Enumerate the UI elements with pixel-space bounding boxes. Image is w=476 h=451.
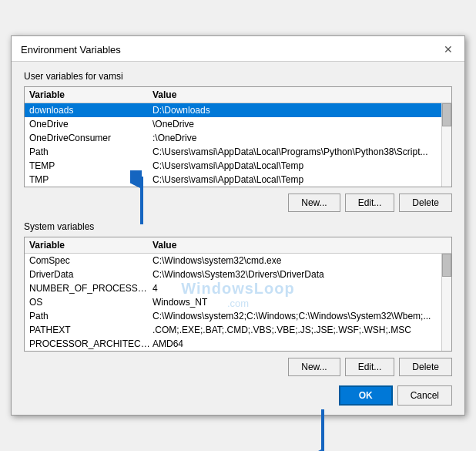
row-variable: OneDriveConsumer (29, 133, 153, 143)
table-row[interactable]: PathC:\Users\vamsi\AppData\Local\Program… (25, 145, 441, 159)
user-val-col-header: Value (153, 89, 447, 100)
row-variable: ComSpec (29, 255, 153, 266)
dialog-title: Environment Variables (21, 44, 121, 56)
row-value: Windows_NT (153, 297, 437, 308)
system-variables-table: Variable Value ComSpecC:\Windows\system3… (24, 237, 452, 352)
row-value: D:\Downloads (153, 105, 437, 116)
footer-buttons-row: OK Cancel (24, 385, 452, 406)
ok-button[interactable]: OK (339, 385, 393, 406)
user-var-col-header: Variable (29, 89, 153, 100)
system-delete-button[interactable]: Delete (399, 358, 452, 376)
table-row[interactable]: OSWindows_NT (25, 295, 441, 309)
user-table-header: Variable Value (25, 87, 451, 103)
system-table-header: Variable Value (25, 237, 451, 254)
system-table-body-wrapper: ComSpecC:\Windows\system32\cmd.exeDriver… (25, 254, 451, 351)
row-variable: TEMP (29, 160, 153, 171)
system-buttons-row: New... Edit... Delete (24, 358, 452, 376)
user-delete-button[interactable]: Delete (399, 194, 452, 212)
row-variable: NUMBER_OF_PROCESSORS (29, 283, 153, 294)
row-value: C:\Users\vamsi\AppData\Local\Temp (153, 174, 437, 185)
row-variable: downloads (29, 105, 153, 116)
user-table-rows: downloadsD:\DownloadsOneDrive\OneDriveOn… (25, 103, 441, 187)
system-scroll-thumb[interactable] (442, 254, 451, 277)
cancel-button[interactable]: Cancel (397, 385, 452, 406)
row-value: C:\Users\vamsi\AppData\Local\Temp (153, 160, 437, 171)
row-variable: OS (29, 297, 153, 308)
system-new-button[interactable]: New... (288, 358, 340, 376)
row-variable: PROCESSOR_ARCHITECTURE (29, 338, 153, 349)
system-table-rows: ComSpecC:\Windows\system32\cmd.exeDriver… (25, 254, 441, 351)
row-variable: PATHEXT (29, 325, 153, 335)
user-buttons-row: New... Edit... Delete (24, 194, 452, 212)
row-value: \OneDrive (153, 119, 437, 130)
system-val-col-header: Value (153, 240, 447, 251)
row-variable: OneDrive (29, 119, 153, 130)
row-value: C:\Windows\system32\cmd.exe (153, 255, 437, 266)
row-value: :\OneDrive (153, 133, 437, 143)
table-row[interactable]: TMPC:\Users\vamsi\AppData\Local\Temp (25, 173, 441, 187)
row-value: C:\Users\vamsi\AppData\Local\Programs\Py… (153, 146, 437, 157)
row-value: C:\Windows\system32;C:\Windows;C:\Window… (153, 311, 437, 321)
table-row[interactable]: PathC:\Windows\system32;C:\Windows;C:\Wi… (25, 309, 441, 323)
user-new-button[interactable]: New... (288, 194, 340, 212)
table-row[interactable]: DriverDataC:\Windows\System32\Drivers\Dr… (25, 268, 441, 281)
row-variable: DriverData (29, 269, 153, 280)
dialog-body: User variables for vamsi Variable Value … (12, 62, 464, 415)
table-row[interactable]: TEMPC:\Users\vamsi\AppData\Local\Temp (25, 159, 441, 173)
row-value: AMD64 (153, 338, 437, 349)
row-value: C:\Windows\System32\Drivers\DriverData (153, 269, 437, 280)
row-value: .COM;.EXE;.BAT;.CMD;.VBS;.VBE;.JS;.JSE;.… (153, 325, 437, 335)
user-variables-table: Variable Value downloadsD:\DownloadsOneD… (24, 86, 452, 187)
table-row[interactable]: OneDriveConsumer:\OneDrive (25, 131, 441, 145)
user-variables-label: User variables for vamsi (24, 71, 452, 82)
environment-variables-dialog: Environment Variables ✕ User variables f… (11, 35, 465, 416)
system-variables-label: System variables (24, 221, 452, 232)
table-row[interactable]: ComSpecC:\Windows\system32\cmd.exe (25, 254, 441, 268)
table-row[interactable]: PATHEXT.COM;.EXE;.BAT;.CMD;.VBS;.VBE;.JS… (25, 323, 441, 337)
system-var-col-header: Variable (29, 240, 153, 251)
close-icon: ✕ (444, 43, 453, 56)
close-button[interactable]: ✕ (441, 42, 455, 56)
user-edit-button[interactable]: Edit... (345, 194, 395, 212)
table-row[interactable]: PROCESSOR_ARCHITECTUREAMD64 (25, 337, 441, 351)
table-row[interactable]: NUMBER_OF_PROCESSORS4 (25, 281, 441, 295)
row-value: 4 (153, 283, 437, 294)
table-row[interactable]: OneDrive\OneDrive (25, 117, 441, 131)
user-scrollbar[interactable] (441, 103, 451, 187)
title-bar: Environment Variables ✕ (12, 36, 464, 62)
row-variable: TMP (29, 174, 153, 185)
row-variable: Path (29, 311, 153, 321)
table-row[interactable]: downloadsD:\Downloads (25, 103, 441, 117)
user-table-body-wrapper: downloadsD:\DownloadsOneDrive\OneDriveOn… (25, 103, 451, 187)
system-edit-button[interactable]: Edit... (345, 358, 395, 376)
user-scroll-thumb[interactable] (442, 103, 451, 126)
system-scrollbar[interactable] (441, 254, 451, 351)
row-variable: Path (29, 146, 153, 157)
